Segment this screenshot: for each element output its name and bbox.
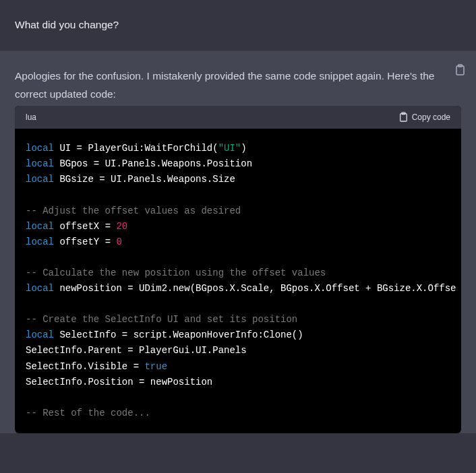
code-block: lua Copy code local UI = PlayerGui:WaitF… <box>15 106 461 433</box>
clipboard-icon <box>398 112 408 123</box>
code-content: local UI = PlayerGui:WaitForChild("UI") … <box>15 129 461 433</box>
svg-rect-0 <box>456 66 464 75</box>
svg-rect-2 <box>400 114 407 121</box>
code-language-label: lua <box>26 113 36 122</box>
copy-code-button[interactable]: Copy code <box>398 112 450 123</box>
clipboard-icon[interactable] <box>454 64 465 76</box>
user-message-text: What did you change? <box>15 19 461 31</box>
user-message: What did you change? <box>0 0 476 51</box>
copy-code-label: Copy code <box>412 113 450 122</box>
code-header: lua Copy code <box>15 106 461 129</box>
assistant-message: Apologies for the confusion. I mistakenl… <box>0 51 476 433</box>
assistant-intro-text: Apologies for the confusion. I mistakenl… <box>15 70 434 100</box>
